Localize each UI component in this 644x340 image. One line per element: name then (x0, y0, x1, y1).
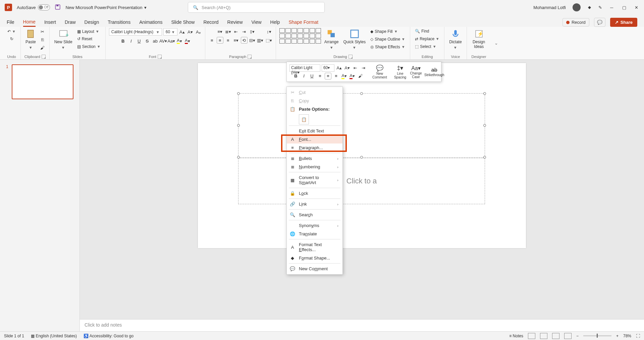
mini-shrink-font[interactable]: A▾ (344, 65, 351, 71)
tab-insert[interactable]: Insert (44, 17, 56, 27)
mini-bold[interactable]: B (292, 73, 299, 79)
mini-line-spacing[interactable]: ‡▾Line Spacing (393, 64, 408, 79)
highlight-button[interactable]: A▾ (176, 38, 183, 44)
ctx-format-shape[interactable]: ◆Format Shape... (287, 254, 342, 262)
mini-change-case[interactable]: Aa▾Change Case (409, 65, 423, 79)
align-left-button[interactable]: ≡ (209, 37, 215, 44)
save-icon[interactable] (55, 4, 61, 11)
ctx-cut[interactable]: ✂Cut (287, 88, 342, 97)
mini-font-size[interactable]: 60▾ (322, 64, 334, 72)
tab-file[interactable]: File (7, 17, 14, 27)
arrange-button[interactable]: Arrange▾ (323, 28, 340, 51)
mini-underline[interactable]: U (309, 73, 315, 79)
ctx-exit-edit[interactable]: Exit Edit Text (287, 127, 342, 135)
accessibility-status[interactable]: ♿ Accessibility: Good to go (84, 334, 133, 338)
underline-button[interactable]: U (136, 38, 143, 44)
record-button[interactable]: Record (562, 18, 589, 26)
language-status[interactable]: ▦ English (United States) (31, 334, 77, 338)
select-button[interactable]: ⬚ Select▾ (414, 43, 437, 50)
italic-button[interactable]: I (128, 38, 135, 44)
mini-grow-font[interactable]: A▴ (336, 65, 342, 71)
mini-indent[interactable]: ⇥ (360, 65, 367, 71)
mini-font-name[interactable]: Calibri Light (He▾ (289, 64, 320, 72)
ctx-synonyms[interactable]: Synonyms› (287, 221, 342, 230)
diamond-icon[interactable]: ⯁ (587, 5, 592, 10)
ctx-search[interactable]: 🔍Search (287, 211, 342, 219)
zoom-level[interactable]: 78% (623, 334, 631, 338)
title-placeholder[interactable] (238, 93, 485, 158)
mini-align-left[interactable]: ≡ (317, 73, 323, 79)
tab-home[interactable]: Home (23, 17, 36, 27)
ctx-link[interactable]: 🔗Link› (287, 200, 342, 208)
slide-thumbnail[interactable] (12, 64, 73, 99)
tab-help[interactable]: Help (270, 17, 280, 27)
tab-draw[interactable]: Draw (65, 17, 76, 27)
shadow-button[interactable]: ab (152, 38, 159, 44)
drawing-launcher[interactable] (348, 55, 353, 59)
font-name-input[interactable]: Calibri Light (Headings)▾ (109, 28, 162, 36)
mini-format-painter[interactable]: 🖌 (357, 73, 364, 79)
layout-button[interactable]: ▦ Layout▾ (76, 28, 101, 35)
shape-fill-button[interactable]: ◆ Shape Fill▾ (369, 28, 399, 35)
notes-area[interactable]: Click to add notes (80, 319, 644, 331)
fit-window-button[interactable]: ⛶ (636, 334, 640, 338)
indent-button[interactable]: ⇥ (241, 28, 248, 35)
grow-font-button[interactable]: A▴ (179, 29, 185, 35)
cut-button[interactable]: ✂ (39, 28, 46, 35)
notes-button[interactable]: ≡ Notes (509, 334, 523, 338)
reading-view-button[interactable] (552, 333, 559, 339)
ctx-paragraph[interactable]: ≡Paragraph... (287, 144, 342, 152)
avatar[interactable] (573, 3, 581, 11)
tab-transitions[interactable]: Transitions (108, 17, 130, 27)
shape-outline-button[interactable]: ◇ Shape Outline▾ (369, 36, 407, 42)
section-button[interactable]: ▤ Section▾ (76, 43, 102, 50)
ctx-smartart[interactable]: ▦Convert to SmartArt› (287, 173, 342, 187)
shrink-font-button[interactable]: A▾ (187, 29, 194, 35)
ctx-text-effects[interactable]: AFormat Text Effects... (287, 240, 342, 254)
toggle-switch[interactable]: Off (38, 4, 50, 10)
bullets-button[interactable]: ≡▾ (217, 28, 223, 35)
slide-counter[interactable]: Slide 1 of 1 (4, 334, 24, 338)
shape-effects-button[interactable]: ◎ Shape Effects▾ (369, 44, 407, 50)
bold-button[interactable]: B (120, 38, 126, 44)
redo-button[interactable]: ↻ (9, 36, 15, 42)
comments-button[interactable]: 💬 (594, 18, 605, 27)
justify-button[interactable]: ≡▾ (233, 37, 239, 44)
align-center-button[interactable]: ≡ (217, 37, 223, 44)
design-ideas-button[interactable]: ⚡Design Ideas (470, 28, 488, 50)
document-name[interactable]: New Microsoft PowerPoint Presentation ▾ (65, 5, 147, 10)
ctx-paste-option[interactable]: 📋 (299, 114, 309, 124)
mini-outdent[interactable]: ⇤ (352, 65, 359, 71)
align-text-button[interactable]: ⊟▾ (249, 37, 256, 44)
minimize-button[interactable]: ─ (609, 5, 614, 10)
mini-align-right[interactable]: ≡ (333, 73, 339, 79)
mini-align-center[interactable]: ≡ (325, 73, 331, 79)
copy-button[interactable]: ⎘ (39, 36, 46, 43)
align-right-button[interactable]: ≡ (225, 37, 231, 44)
search-input[interactable]: 🔍 Search (Alt+Q) (188, 2, 325, 13)
text-dir-button[interactable]: ↕▾ (266, 28, 272, 35)
strike-button[interactable]: S (144, 38, 151, 44)
font-launcher[interactable] (158, 55, 162, 59)
format-painter-button[interactable]: 🖌 (39, 44, 46, 51)
font-size-input[interactable]: 60▾ (163, 28, 177, 36)
autosave-toggle[interactable]: AutoSave Off (17, 4, 50, 10)
outdent-button[interactable]: ⇤ (233, 28, 239, 35)
reset-button[interactable]: ↺ Reset (76, 36, 94, 42)
find-button[interactable]: 🔍 Find (414, 28, 430, 34)
ribbon-collapse-button[interactable]: ⌄ (491, 41, 501, 46)
maximize-button[interactable]: ▢ (621, 5, 627, 10)
close-button[interactable]: ✕ (634, 5, 639, 10)
numbering-button[interactable]: ≣▾ (225, 28, 231, 35)
share-button[interactable]: ↗Share (610, 18, 637, 27)
tab-review[interactable]: Review (227, 17, 243, 27)
dictate-button[interactable]: Dictate▾ (448, 28, 463, 51)
paste-button[interactable]: Paste▾ (24, 28, 37, 51)
mini-new-comment[interactable]: 💬New Comment (371, 64, 388, 79)
zoom-in-button[interactable]: + (616, 334, 619, 338)
quick-styles-button[interactable]: Quick Styles▾ (342, 28, 367, 51)
undo-button[interactable]: ↶ ▾ (6, 28, 17, 35)
tab-view[interactable]: View (252, 17, 262, 27)
clear-format-button[interactable]: Aᵩ (195, 29, 202, 35)
mini-highlight[interactable]: A▾ (341, 73, 347, 79)
